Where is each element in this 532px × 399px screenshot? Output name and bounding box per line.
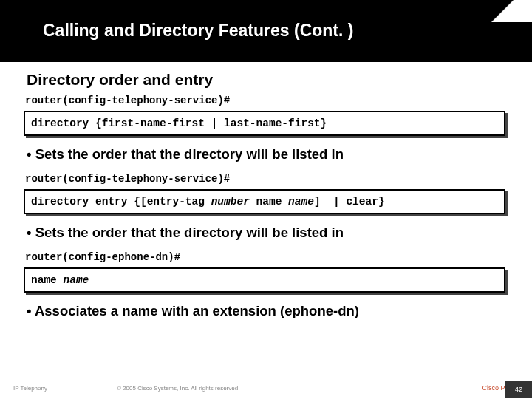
prompt-3: router(config-ephone-dn)# xyxy=(25,251,507,263)
slide-title: Calling and Directory Features (Cont. ) xyxy=(43,21,532,41)
section-subtitle: Directory order and entry xyxy=(27,71,507,89)
slide-footer: IP Telephony © 2005 Cisco Systems, Inc. … xyxy=(0,377,532,399)
bullet-1: Sets the order that the directory will b… xyxy=(27,146,507,163)
bullet-3: Associates a name with an extension (eph… xyxy=(27,303,507,319)
command-box-2: directory entry {[entry-tag number name … xyxy=(24,189,505,214)
prompt-1: router(config-telephony-service)# xyxy=(25,95,507,106)
slide-content: Directory order and entry router(config-… xyxy=(0,62,532,319)
command-box-1: directory {first-name-first | last-name-… xyxy=(24,111,505,136)
prompt-2: router(config-telephony-service)# xyxy=(25,173,507,185)
bullet-2: Sets the order that the directory will b… xyxy=(27,225,507,241)
footer-copyright: © 2005 Cisco Systems, Inc. All rights re… xyxy=(117,385,445,392)
footer-tag: IP Telephony xyxy=(13,385,117,392)
slide-header: Calling and Directory Features (Cont. ) xyxy=(0,0,532,62)
page-number: 42 xyxy=(505,381,532,398)
corner-decoration xyxy=(473,0,532,22)
command-box-3: name name xyxy=(24,267,505,293)
